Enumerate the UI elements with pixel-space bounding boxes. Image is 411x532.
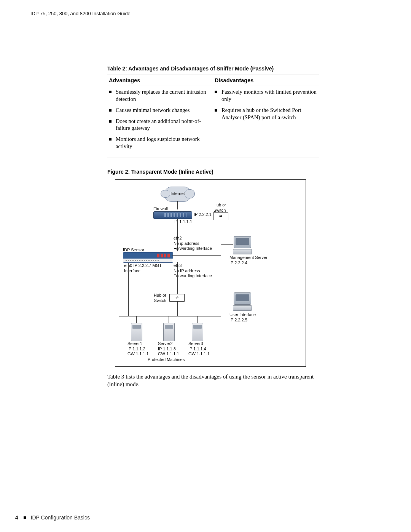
line <box>197 316 198 323</box>
running-header: IDP 75, 250, 800, and 8200 Installation … <box>30 11 131 16</box>
table2-adv-item: Seamlessly replaces the current intrusio… <box>109 88 212 107</box>
label-firewall: Firewall <box>153 206 168 212</box>
table2-dis-item: Requires a hub or the Switched Port Anal… <box>215 107 317 125</box>
body-paragraph: Table 3 lists the advantages and the dis… <box>107 373 319 388</box>
footer-bullet-icon <box>24 516 26 519</box>
hub-icon: ⇄ <box>213 212 228 220</box>
line <box>169 316 169 323</box>
table2-head-disadvantages: Disadvantages <box>213 75 319 86</box>
user-interface-pc-icon <box>233 292 252 310</box>
page-footer: 4 IDP Configuration Basics <box>15 514 90 521</box>
label-server3: Server3 IP 1.1.1.4 GW 1.1.1.1 <box>188 341 210 357</box>
table2-disadvantages-list: Passively monitors with limited preventi… <box>215 88 317 125</box>
table2-advantages-list: Seamlessly replaces the current intrusio… <box>109 88 212 154</box>
table2-adv-item: Causes minimal network changes <box>109 107 212 118</box>
line <box>191 215 213 215</box>
table2-bottom-rule <box>107 158 319 158</box>
table2-caption: Table 2: Advantages and Disadvantages of… <box>107 66 319 72</box>
server-icon <box>163 323 175 341</box>
label-user-interface: User Interface IP 2.2.2.5 <box>229 312 256 323</box>
line <box>119 316 221 316</box>
line <box>172 255 221 256</box>
line <box>177 302 178 316</box>
label-eth0: eth0 IP 2.2.2.7 MGT Interface <box>124 263 162 274</box>
label-server1: Server1 IP 1.1.1.2 GW 1.1.1.1 <box>127 341 149 357</box>
line <box>221 220 221 311</box>
hub-icon: ⇄ <box>169 294 185 302</box>
label-hub-top: Hub or Switch <box>213 203 226 213</box>
label-protected-machines: Protected Machines <box>148 357 185 363</box>
server-icon <box>192 323 203 341</box>
label-eth2: eth2 No ip address Forwarding Interface <box>174 236 212 251</box>
table2-adv-item: Monitors and logs suspicious network act… <box>109 136 212 154</box>
idp-sensor-icon <box>123 252 173 263</box>
footer-section: IDP Configuration Basics <box>31 514 90 521</box>
label-eth3: eth3 No IP address Forwarding Interface <box>174 263 212 279</box>
line <box>136 316 137 323</box>
figure2-caption: Figure 2: Transparent Mode (Inline Activ… <box>107 169 319 175</box>
page-number: 4 <box>15 514 18 521</box>
line <box>221 311 266 311</box>
label-internet: Internet <box>164 191 191 196</box>
internet-cloud-icon: Internet <box>164 187 191 202</box>
label-server2: Server2 IP 1.1.1.3 GW 1.1.1.1 <box>158 341 179 357</box>
server-icon <box>131 323 142 341</box>
line <box>119 316 128 316</box>
table2-dis-item: Passively monitors with limited preventi… <box>215 88 317 107</box>
table2-adv-item: Does not create an additional point-of-f… <box>109 118 212 136</box>
label-mgmt-server: Management Server IP 2.2.2.4 <box>229 255 268 266</box>
line <box>221 244 233 245</box>
label-hub-bottom: Hub or Switch <box>151 293 166 304</box>
line <box>128 263 129 316</box>
firewall-icon <box>153 211 192 219</box>
management-server-pc-icon <box>233 236 252 254</box>
line <box>177 201 178 209</box>
table2-head-advantages: Advantages <box>107 75 213 86</box>
figure2-diagram: Internet Firewall IP 2.2.2.1 IP 1.1.1.1 … <box>115 179 306 367</box>
table2: Advantages Disadvantages Seamlessly repl… <box>107 75 319 158</box>
